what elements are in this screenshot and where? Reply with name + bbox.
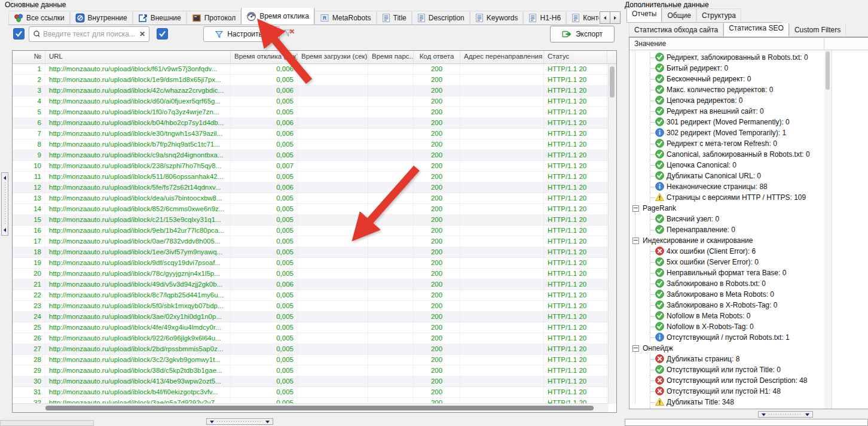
bottom-splitter-side[interactable] [758,411,813,418]
tree-item[interactable]: Отсутствующий или пустой Description: 48 [629,375,868,386]
column-header-code[interactable]: Код ответа [414,51,460,63]
tree-item[interactable]: Бесконечный редирект: 0 [629,74,868,84]
table-row[interactable]: 25http://monzaauto.ru/upload/iblock/4fe/… [13,322,609,333]
table-row[interactable]: 27http://monzaauto.ru/upload/iblock/2bd/… [13,344,609,355]
table-vertical-scrollbar[interactable] [608,64,616,404]
tab-internal[interactable]: Внутренние [70,11,133,25]
search-enable-checkbox[interactable] [13,28,25,39]
column-header-status[interactable]: Статус [544,51,607,63]
tab-protocol[interactable]: Протокол [187,11,242,25]
table-row[interactable]: 18http://monzaauto.ru/upload/iblock/1ee/… [13,247,609,258]
table-row[interactable]: 26http://monzaauto.ru/upload/iblock/922/… [13,333,609,344]
table-row[interactable]: 15http://monzaauto.ru/upload/iblock/c21/… [13,215,609,226]
table-row[interactable]: 16http://monzaauto.ru/upload/iblock/9eb/… [13,226,609,236]
subtab-custom-filters[interactable]: Custom Filters [789,23,846,36]
tab-general[interactable]: Общие [662,8,696,22]
table-row[interactable]: 23http://monzaauto.ru/upload/iblock/5f0/… [13,301,609,312]
tree-item[interactable]: 302 редирект (Moved Temporarily): 1 [629,127,868,138]
column-header-n[interactable]: № [13,51,45,63]
collapse-expander-icon[interactable] [632,345,639,352]
tree-item[interactable]: Заблокировано в Meta Robots: 0 [629,289,868,300]
tree-item[interactable]: Nofollow в Meta Robots: 0 [629,311,868,321]
tab-description[interactable]: Description [412,11,470,25]
tab-external[interactable]: Внешние [133,11,187,25]
left-edge-splitter[interactable] [1,172,8,236]
column-header-response[interactable]: Время отклика (сек) [231,51,298,63]
tree-item[interactable]: Дубликаты Title: 348 [629,397,868,407]
table-row[interactable]: 3http://monzaauto.ru/upload/iblock/42c/w… [13,86,609,96]
table-row[interactable]: 28http://monzaauto.ru/upload/iblock/3c2/… [13,355,609,366]
table-row[interactable]: 19http://monzaauto.ru/upload/iblock/9df/… [13,258,609,269]
export-button[interactable]: Экспорт [550,26,615,42]
table-row[interactable]: 10http://monzaauto.ru/upload/iblock/238/… [13,161,609,172]
tree-item[interactable]: Отсутствующий или пустой Title: 0 [629,364,868,375]
tab-all-links[interactable]: Все ссылки [8,11,70,25]
subtab-seo-stats[interactable]: Статистика SEO [723,23,789,36]
table-row[interactable]: 21http://monzaauto.ru/upload/iblock/49d/… [13,279,609,290]
bottom-splitter-main[interactable] [206,418,273,425]
table-row[interactable]: 8http://monzaauto.ru/upload/iblock/b7f/p… [13,139,609,150]
tree-header-value-column[interactable]: Значение [629,38,824,50]
table-row[interactable]: 9http://monzaauto.ru/upload/iblock/c9a/s… [13,150,609,161]
table-row[interactable]: 14http://monzaauto.ru/upload/iblock/852/… [13,204,609,215]
table-row[interactable]: 2http://monzaauto.ru/upload/iblock/1e9/d… [13,75,609,86]
tree-group[interactable]: Онпейдж [629,343,868,354]
tree-item[interactable]: Nofollow в X-Robots-Tag: 0 [629,321,868,332]
tab-scroll-left-button[interactable] [600,11,610,24]
table-row[interactable]: 31http://monzaauto.ru/upload/iblock/b4f/… [13,387,609,398]
tree-item[interactable]: Висячий узел: 0 [629,214,868,224]
table-row[interactable]: 12http://monzaauto.ru/upload/iblock/5fe/… [13,182,609,193]
tab-title[interactable]: Title [377,11,412,25]
tree-item[interactable]: Битый редирект: 0 [629,63,868,74]
tree-vertical-scrollbar[interactable] [824,50,832,409]
table-row[interactable]: 5http://monzaauto.ru/upload/iblock/1f0/o… [13,107,609,118]
table-row[interactable]: 20http://monzaauto.ru/upload/iblock/78c/… [13,269,609,279]
tree-item[interactable]: Неправильный формат тега Base: 0 [629,267,868,278]
table-row[interactable]: 17http://monzaauto.ru/upload/iblock/0ae/… [13,236,609,247]
tree-item[interactable]: Цепочка Canonical: 0 [629,160,868,171]
subtab-crawl-stats[interactable]: Статистика обхода сайта [629,23,723,36]
table-row[interactable]: 30http://monzaauto.ru/upload/iblock/413/… [13,376,609,387]
scrollbar-thumb[interactable] [610,66,615,98]
tree-group[interactable]: PageRank [629,203,868,214]
tree-item[interactable]: Страницы с версиями HTTP / HTTPS: 109 [629,192,868,203]
table-row[interactable]: 22http://monzaauto.ru/upload/iblock/8c7/… [13,290,609,301]
tab-h1-h6[interactable]: H1-H6 [523,11,566,25]
tree-item[interactable]: Цепочка редиректов: 0 [629,95,868,106]
tree-item[interactable]: 301 редирект (Moved Permanently): 0 [629,117,868,127]
search-input[interactable] [42,29,137,39]
clear-search-icon[interactable]: ✕ [139,30,145,38]
tree-item[interactable]: Дубликаты Canonical URL: 0 [629,171,868,181]
table-row[interactable]: 29http://monzaauto.ru/upload/iblock/38d/… [13,366,609,376]
tree-item[interactable]: 4xx ошибки (Client Error): 6 [629,246,868,257]
table-row[interactable]: 24http://monzaauto.ru/upload/iblock/3ae/… [13,312,609,322]
tab-reports[interactable]: Отчеты [626,8,662,22]
configure-filter-button[interactable]: Настроить... [203,26,280,42]
tree-item[interactable]: Неканонические страницы: 88 [629,181,868,192]
tree-item[interactable]: Отсутствующий / пустой Robots.txt: 1 [629,332,868,343]
column-header-parse[interactable]: Время парс... [368,51,414,63]
tree-item[interactable]: Canonical, заблокированный в Robots.txt:… [629,149,868,160]
table-row[interactable]: 11http://monzaauto.ru/upload/iblock/511/… [13,172,609,182]
tree-item[interactable]: Дубликаты страниц: 8 [629,354,868,364]
table-row[interactable]: 6http://monzaauto.ru/upload/iblock/b04/h… [13,118,609,129]
collapse-expander-icon[interactable] [632,205,639,212]
column-header-url[interactable]: URL [45,51,231,63]
tree-item[interactable]: Макс. количество редиректов: 0 [629,84,868,95]
tree-item[interactable]: Заблокировано в X-Robots-Tag: 0 [629,300,868,311]
table-row[interactable]: 7http://monzaauto.ru/upload/iblock/e30/t… [13,129,609,139]
tab-keywords[interactable]: Keywords [470,11,524,25]
table-horizontal-scrollbar[interactable] [13,403,609,412]
tree-item[interactable]: Перенаправление: 0 [629,224,868,235]
tree-item[interactable]: 5xx ошибки (Server Error): 0 [629,257,868,267]
table-row[interactable]: 4http://monzaauto.ru/upload/iblock/d60/a… [13,96,609,107]
tab-response-time[interactable]: Время отклика [241,8,314,25]
tree-item[interactable]: Редирект с мета-тегом Refresh: 0 [629,138,868,149]
tab-scroll-right-button[interactable] [610,11,621,24]
tree-item[interactable]: Заблокировано в Robots.txt: 0 [629,278,868,289]
clear-filter-button[interactable] [283,28,295,41]
filter-enable-checkbox[interactable] [157,28,168,39]
scrollbar-thumb[interactable] [45,406,594,410]
tree-item[interactable]: Редирект, заблокированный в Robots.txt: … [629,52,868,63]
tree-item[interactable] [629,407,868,409]
